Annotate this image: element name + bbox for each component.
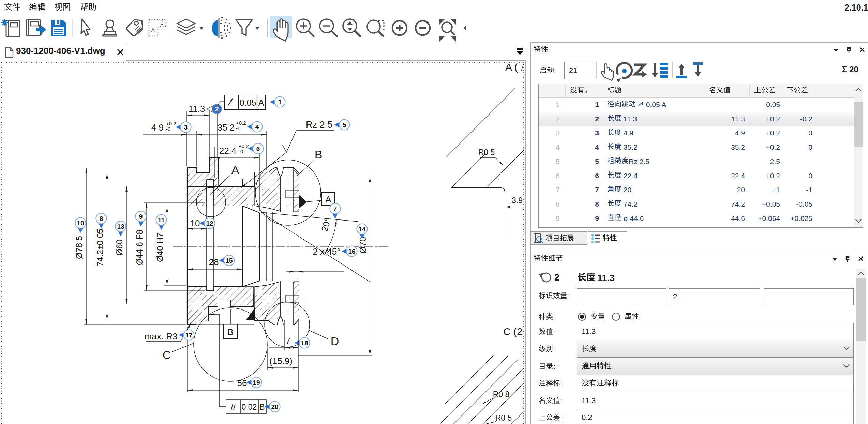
svg-text:3.9: 3.9 — [512, 196, 523, 205]
svg-text:35 2: 35 2 — [218, 122, 235, 133]
svg-text:11: 11 — [158, 216, 165, 224]
svg-text:12: 12 — [206, 220, 213, 227]
svg-text:8: 8 — [100, 215, 103, 222]
svg-text:4: 4 — [255, 123, 259, 131]
svg-text:13: 13 — [117, 223, 124, 230]
svg-text:14: 14 — [358, 226, 366, 233]
svg-text:6: 6 — [256, 145, 260, 152]
svg-text:Ø60: Ø60 — [115, 239, 124, 255]
svg-text:20: 20 — [271, 403, 278, 410]
svg-text:A: A — [231, 163, 239, 176]
svg-text:2: 2 — [215, 105, 219, 113]
svg-text:Ø78 5: Ø78 5 — [74, 236, 84, 259]
svg-text:28: 28 — [209, 257, 219, 267]
svg-text:9: 9 — [139, 213, 143, 220]
svg-text:5: 5 — [343, 121, 346, 128]
svg-text:Rz 2 5: Rz 2 5 — [306, 120, 332, 130]
svg-text:+0.2: +0.2 — [236, 120, 246, 126]
svg-text:+0 2: +0 2 — [166, 121, 176, 126]
svg-text:20°: 20° — [319, 217, 333, 232]
svg-text://: // — [231, 402, 236, 412]
svg-text:0.05: 0.05 — [240, 98, 256, 107]
svg-text:R0 5: R0 5 — [495, 413, 512, 422]
svg-text:Ø70: Ø70 — [358, 237, 368, 253]
svg-text:3: 3 — [184, 124, 188, 131]
svg-text:A: A — [325, 194, 331, 205]
svg-text:-0: -0 — [239, 149, 243, 154]
svg-text:-0: -0 — [166, 126, 170, 132]
svg-text:18: 18 — [301, 339, 308, 347]
svg-text:D: D — [331, 335, 339, 348]
svg-text:(15.9): (15.9) — [269, 356, 293, 366]
svg-text:56: 56 — [237, 378, 247, 388]
svg-text:10: 10 — [190, 218, 200, 228]
svg-text:+0 2: +0 2 — [239, 143, 249, 149]
svg-text:Ø40 H7: Ø40 H7 — [155, 233, 165, 262]
svg-text:A: A — [258, 98, 264, 107]
svg-text:C: C — [163, 348, 171, 361]
svg-text:7: 7 — [286, 336, 290, 346]
svg-text:-0: -0 — [236, 125, 240, 131]
svg-text:74.2±0 05: 74.2±0 05 — [95, 228, 105, 266]
svg-text:7: 7 — [333, 205, 337, 212]
svg-text:2 x 45°: 2 x 45° — [313, 246, 340, 257]
svg-text:22.4: 22.4 — [219, 146, 237, 156]
svg-text:R0 5: R0 5 — [478, 148, 495, 157]
svg-text:4 9: 4 9 — [151, 122, 164, 133]
svg-text:15: 15 — [225, 257, 233, 264]
svg-text:17: 17 — [185, 332, 192, 339]
svg-text:R0 8: R0 8 — [493, 390, 510, 399]
svg-text:10: 10 — [77, 219, 84, 227]
svg-text:B: B — [315, 148, 323, 161]
svg-text:1: 1 — [278, 99, 282, 106]
svg-text:16: 16 — [348, 248, 355, 255]
svg-text:Ø44 6 F8: Ø44 6 F8 — [135, 230, 144, 265]
svg-text:B: B — [227, 327, 233, 337]
svg-text:19: 19 — [253, 379, 260, 386]
svg-text:0 02: 0 02 — [242, 403, 257, 411]
svg-text:11.3: 11.3 — [189, 104, 205, 114]
svg-text:B: B — [259, 403, 265, 411]
svg-text:max. R3: max. R3 — [145, 331, 178, 342]
svg-text:C (2: C (2 — [503, 326, 523, 337]
